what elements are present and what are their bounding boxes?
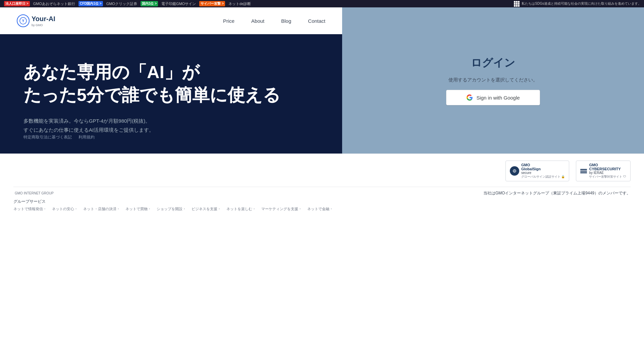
link-riyou[interactable]: 利用規約 xyxy=(78,134,95,140)
footer-divider xyxy=(13,187,631,187)
service-link-2[interactable]: ネット・店舗の決済・ xyxy=(83,206,120,212)
service-link-4[interactable]: ショップを開設・ xyxy=(157,206,186,212)
banner-badge-cfd: CFD国内1位 > xyxy=(78,1,103,6)
hero-subtitle-1: 多数機能を実装済み。今ならGPT-4が月額980円(税抜)。 xyxy=(23,116,322,125)
banner-item-cfd[interactable]: CFD国内1位 > xyxy=(77,1,104,6)
ierae-lines xyxy=(580,169,587,173)
hero-title-line1: あなた専用の「AI」が xyxy=(23,61,322,84)
banner-badge-cyber: サイバー攻撃 > xyxy=(199,1,225,6)
footer-badge-globalsign: GMO GlobalSign secure グローバルサイン認証サイト 🔒 xyxy=(505,161,570,181)
banner-item-click[interactable]: GMOクリック証券 xyxy=(105,1,139,6)
content-area: Y Your-AI by GMO Price About Blog Contac… xyxy=(0,7,644,154)
svg-point-4 xyxy=(514,171,515,172)
banner-label-click: GMOクリック証券 xyxy=(106,1,137,6)
banner-item-aozora[interactable]: GMOあおぞらネット銀行 xyxy=(32,1,76,6)
service-link-7[interactable]: マーケティングを支援・ xyxy=(261,206,302,212)
banner-badge-domestic: 国内1位 > xyxy=(141,1,158,6)
nav-blog[interactable]: Blog xyxy=(281,18,291,24)
service-link-3[interactable]: ネットで買物・ xyxy=(125,206,151,212)
banner-item-domestic[interactable]: 国内1位 > xyxy=(139,1,159,6)
logo-sub: by GMO xyxy=(32,23,55,27)
globalsign-text: GMO GlobalSign secure グローバルサイン認証サイト 🔒 xyxy=(521,163,565,179)
hero-text: あなた専用の「AI」が たった5分で誰でも簡単に使える 多数機能を実装済み。今な… xyxy=(23,61,322,134)
hero-content: あなた専用の「AI」が たった5分で誰でも簡単に使える 多数機能を実装済み。今な… xyxy=(0,34,342,154)
logo-icon: Y xyxy=(17,14,30,27)
right-panel: ログイン 使用するアカウントを選択してください。 Sign in with Go… xyxy=(342,7,644,154)
google-btn-label: Sign in with Google xyxy=(476,95,520,101)
banner-right-text: 私たちはSDGs達成と持続可能な社会の実現に向けた取り組みを進めています。 xyxy=(522,1,641,6)
footer-bottom: GMO INTERNET GROUP グループサービス ネットで情報発信・ ネッ… xyxy=(13,190,631,212)
ierae-text: GMO CYBERSECURITY by IERAE サイバー攻撃対策サイト 🛡 xyxy=(589,163,626,179)
banner-item-netto[interactable]: ネットde診断 xyxy=(227,1,252,6)
ierae-subtext: サイバー攻撃対策サイト 🛡 xyxy=(589,175,626,179)
nav-about[interactable]: About xyxy=(251,18,264,24)
logo-text: Your-AI xyxy=(32,15,55,23)
top-banner: 法人口座即日 > GMOあおぞらネット銀行 CFD国内1位 > GMOクリック証… xyxy=(0,0,644,7)
service-link-6[interactable]: ネットを楽しむ・ xyxy=(226,206,256,212)
logo: Y Your-AI by GMO xyxy=(17,14,55,27)
footer-badges: GMO GlobalSign secure グローバルサイン認証サイト 🔒 GM… xyxy=(505,161,631,181)
banner-label-sign: 電子印鑑GMOサイン xyxy=(161,1,196,6)
footer-badge-ierae: GMO CYBERSECURITY by IERAE サイバー攻撃対策サイト 🛡 xyxy=(576,161,631,181)
footer: GMO GlobalSign secure グローバルサイン認証サイト 🔒 GM… xyxy=(0,154,644,218)
nav-contact[interactable]: Contact xyxy=(308,18,325,24)
main-nav: Price About Blog Contact xyxy=(223,18,325,24)
left-panel: Y Your-AI by GMO Price About Blog Contac… xyxy=(0,7,342,154)
group-services-title: グループサービス xyxy=(13,199,333,204)
hero-subtitle-2: すぐにあなたの仕事に使えるAI活用環境をご提供します。 xyxy=(23,125,322,134)
service-link-0[interactable]: ネットで情報発信・ xyxy=(13,206,47,212)
nav-price[interactable]: Price xyxy=(223,18,234,24)
banner-badge-hojin: 法人口座即日 > xyxy=(4,1,30,6)
header: Y Your-AI by GMO Price About Blog Contac… xyxy=(0,7,342,34)
bottom-links: 特定商取引法に基づく表記 利用規約 xyxy=(23,134,322,140)
login-subtitle: 使用するアカウントを選択してください。 xyxy=(448,77,538,83)
hero-subtitle: 多数機能を実装済み。今ならGPT-4が月額980円(税抜)。 すぐにあなたの仕事… xyxy=(23,116,322,134)
banner-item-sign[interactable]: 電子印鑑GMOサイン xyxy=(160,1,197,6)
globalsign-subtext: グローバルサイン認証サイト 🔒 xyxy=(521,175,565,179)
footer-right-text: 当社はGMOインターネットグループ（東証プライム上場9449）のメンバーです。 xyxy=(483,190,631,196)
footer-left: GMO INTERNET GROUP グループサービス ネットで情報発信・ ネッ… xyxy=(13,190,333,212)
service-link-5[interactable]: ビジネスを支援・ xyxy=(192,206,221,212)
group-services: グループサービス ネットで情報発信・ ネットの安心・ ネット・店舗の決済・ ネッ… xyxy=(13,199,333,212)
gmo-logo-text: GMO INTERNET GROUP xyxy=(15,191,54,195)
login-box: ログイン 使用するアカウントを選択してください。 Sign in with Go… xyxy=(446,56,540,105)
service-link-1[interactable]: ネットの安心・ xyxy=(52,206,78,212)
banner-item-hojin[interactable]: 法人口座即日 > xyxy=(3,1,31,6)
banner-label-aozora: GMOあおぞらネット銀行 xyxy=(33,1,75,6)
link-tokusho[interactable]: 特定商取引法に基づく表記 xyxy=(23,134,72,140)
service-links: ネットで情報発信・ ネットの安心・ ネット・店舗の決済・ ネットで買物・ ショッ… xyxy=(13,206,333,212)
google-icon xyxy=(466,94,473,101)
gmo-logo: GMO INTERNET GROUP xyxy=(13,190,333,195)
hero-title-line2: たった5分で誰でも簡単に使える xyxy=(23,84,322,107)
google-signin-button[interactable]: Sign in with Google xyxy=(446,90,540,105)
globalsign-icon xyxy=(510,166,519,176)
svg-text:Y: Y xyxy=(22,19,24,23)
login-title: ログイン xyxy=(471,56,515,70)
hero-title: あなた専用の「AI」が たった5分で誰でも簡単に使える xyxy=(23,61,322,106)
banner-links: 法人口座即日 > GMOあおぞらネット銀行 CFD国内1位 > GMOクリック証… xyxy=(3,1,252,6)
banner-label-netto: ネットde診断 xyxy=(228,1,251,6)
banner-item-cyber[interactable]: サイバー攻撃 > xyxy=(198,1,226,6)
banner-right: 私たちはSDGs達成と持続可能な社会の実現に向けた取り組みを進めています。 xyxy=(514,1,641,7)
grid-icon xyxy=(514,1,520,7)
footer-badges-area: GMO GlobalSign secure グローバルサイン認証サイト 🔒 GM… xyxy=(13,161,631,181)
service-link-8[interactable]: ネットで金融・ xyxy=(307,206,333,212)
